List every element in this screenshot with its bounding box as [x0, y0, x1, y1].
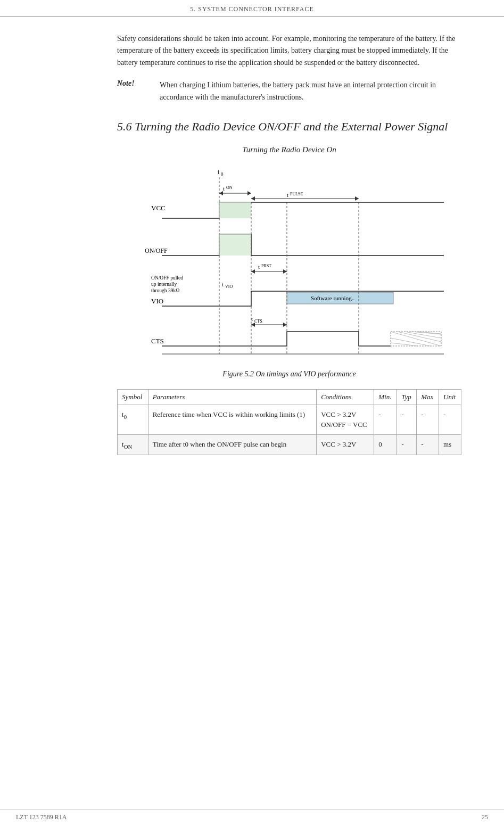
- onoff-highlight: [219, 234, 251, 256]
- ton-arrow-right: [247, 191, 251, 195]
- col-conditions: Conditions: [317, 389, 374, 405]
- col-parameters: Parameters: [148, 389, 317, 405]
- cell-symbol: tON: [118, 434, 148, 455]
- ton-arrow-left: [219, 191, 223, 195]
- note-block: Note! When charging Lithium batteries, t…: [117, 79, 461, 103]
- cell-typ: -: [397, 434, 417, 455]
- table-row: tONTime after t0 when the ON/OFF pulse c…: [118, 434, 461, 455]
- cell-max: -: [417, 405, 439, 434]
- tpulse-arrow-right: [355, 196, 359, 201]
- tcts-subscript: CTS: [254, 319, 262, 324]
- vcc-label: VCC: [151, 204, 166, 212]
- cell-typ: -: [397, 405, 417, 434]
- col-max: Max: [417, 389, 439, 405]
- parameters-table: Symbol Parameters Conditions Min. Typ Ma…: [117, 389, 461, 456]
- vcc-highlight: [219, 202, 251, 218]
- cts-signal: [162, 332, 391, 346]
- tprst-label: t: [258, 263, 260, 270]
- tprst-arrow-right: [283, 269, 287, 274]
- tvio-subscript: VIO: [225, 284, 233, 289]
- col-unit: Unit: [439, 389, 461, 405]
- vcc-signal: [162, 202, 444, 218]
- tcts-arrow-left: [251, 323, 255, 327]
- note-label: Note!: [117, 79, 149, 103]
- cell-parameters: Reference time when VCC is within workin…: [148, 405, 317, 434]
- intro-paragraph: Safety considerations should be taken in…: [117, 33, 461, 69]
- tpulse-arrow-left: [251, 196, 255, 201]
- footer-right: 25: [482, 813, 488, 821]
- footer-left: LZT 123 7589 R1A: [16, 813, 67, 821]
- t0-label: t: [218, 168, 220, 176]
- cell-unit: ms: [439, 434, 461, 455]
- ton-subscript: ON: [226, 185, 233, 190]
- col-symbol: Symbol: [118, 389, 148, 405]
- figure-caption: Figure 5.2 On timings and VIO performanc…: [117, 370, 461, 378]
- cell-conditions: VCC > 3.2V: [317, 434, 374, 455]
- tprst-arrow-left: [251, 269, 255, 274]
- hatch4: [411, 332, 441, 334]
- hatch7: [391, 343, 418, 346]
- section-heading: 5.6 Turning the Radio Device ON/OFF and …: [117, 119, 461, 135]
- cell-unit: -: [439, 405, 461, 434]
- onoff-signal: [162, 234, 444, 256]
- tcts-arrow-right: [283, 323, 287, 327]
- cts-label: CTS: [151, 337, 164, 345]
- tpulse-subscript: PULSE: [290, 192, 303, 196]
- t0-subscript: 0: [221, 171, 224, 177]
- vio-label: VIO: [151, 297, 163, 305]
- pulled-up-label: ON/OFF pulled: [151, 275, 183, 281]
- tprst-subscript: PRST: [261, 263, 271, 268]
- col-typ: Typ: [397, 389, 417, 405]
- cell-min: -: [374, 405, 397, 434]
- table-header-row: Symbol Parameters Conditions Min. Typ Ma…: [118, 389, 461, 405]
- cell-symbol: t0: [118, 405, 148, 434]
- page-footer: LZT 123 7589 R1A 25: [0, 810, 504, 821]
- sub-heading: Turning the Radio Device On: [117, 145, 461, 154]
- diagram-svg: t 0 VCC t ON t PULSE ON/OFF: [135, 162, 444, 365]
- pulled-up-label2: up internally: [151, 282, 177, 287]
- cell-min: 0: [374, 434, 397, 455]
- page-header: 5. SYSTEM CONNECTOR INTERFACE: [0, 0, 504, 17]
- cell-max: -: [417, 434, 439, 455]
- tpulse-label: t: [287, 192, 288, 198]
- cell-parameters: Time after t0 when the ON/OFF pulse can …: [148, 434, 317, 455]
- cell-conditions: VCC > 3.2V ON/OFF = VCC: [317, 405, 374, 434]
- pulled-up-label3: through 39kΩ: [151, 288, 179, 293]
- tvio-label: t: [222, 281, 224, 287]
- ton-label: t: [223, 185, 225, 192]
- note-text: When charging Lithium batteries, the bat…: [160, 79, 461, 103]
- onoff-label: ON/OFF: [145, 247, 168, 254]
- timing-diagram: t 0 VCC t ON t PULSE ON/OFF: [135, 162, 444, 365]
- col-min: Min.: [374, 389, 397, 405]
- header-title: 5. SYSTEM CONNECTOR INTERFACE: [190, 5, 314, 13]
- software-running-text: Software running..: [311, 295, 354, 301]
- hatch6: [391, 338, 431, 346]
- table-row: t0Reference time when VCC is within work…: [118, 405, 461, 434]
